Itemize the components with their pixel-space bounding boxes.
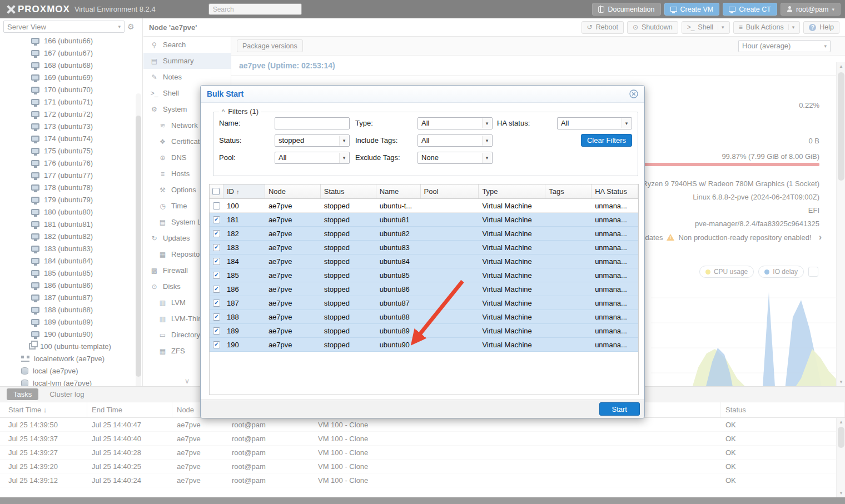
bulk-col-id[interactable]: ID↑ [223,184,265,198]
include-tags-combo[interactable]: All ▾ [417,134,493,147]
column-label: Name [380,187,399,196]
cell-id: 187 [223,299,265,307]
cell-select [210,202,223,209]
cell-name: ubuntu85 [376,271,421,280]
chevron-down-icon: ▾ [339,153,349,163]
cell-status: stopped [321,229,376,238]
row-checkbox[interactable]: ✓ [213,230,220,237]
cell-status: stopped [321,313,376,321]
bulk-table-row[interactable]: ✓187ae7pvestoppedubuntu87Virtual Machine… [210,296,638,310]
row-checkbox[interactable] [213,202,220,209]
cell-type: Virtual Machine [479,257,545,266]
row-checkbox[interactable]: ✓ [213,272,220,279]
cell-select: ✓ [210,258,223,265]
cell-node: ae7pve [265,202,321,210]
row-checkbox[interactable]: ✓ [213,286,220,293]
cell-id: 185 [223,271,265,280]
bulk-table-row[interactable]: ✓185ae7pvestoppedubuntu85Virtual Machine… [210,268,638,282]
proxmox-app: PROXMOX Virtual Environment 8.2.4 Docume… [0,0,845,504]
include-tags-value: All [421,136,429,144]
column-label: Pool [424,187,439,196]
cell-node: ae7pve [265,299,321,307]
row-checkbox[interactable]: ✓ [213,327,220,335]
bulk-table-row[interactable]: ✓184ae7pvestoppedubuntu84Virtual Machine… [210,255,638,268]
cell-type: Virtual Machine [479,271,545,280]
pool-filter-label: Pool: [219,153,275,162]
cell-select: ✓ [210,341,223,348]
row-checkbox[interactable]: ✓ [213,313,220,321]
bulk-table-row[interactable]: ✓190ae7pvestoppedubuntu90Virtual Machine… [210,338,638,352]
bulk-table-row[interactable]: 100ae7pvestoppedubuntu-t...Virtual Machi… [210,199,638,213]
type-filter-value: All [421,119,429,127]
collapse-icon[interactable]: ^ [222,108,225,115]
bulk-table-body: 100ae7pvestoppedubuntu-t...Virtual Machi… [210,199,638,352]
cell-type: Virtual Machine [479,285,545,293]
type-filter-combo[interactable]: All ▾ [417,117,493,129]
row-checkbox[interactable]: ✓ [213,216,220,223]
start-button[interactable]: Start [599,402,640,416]
column-label: HA Status [595,187,627,196]
column-label: Status [324,187,345,196]
cell-name: ubuntu-t... [376,202,421,210]
cell-name: ubuntu84 [376,257,421,266]
cell-id: 184 [223,257,265,266]
cell-select: ✓ [210,244,223,251]
bulk-col-select[interactable] [210,184,223,198]
exclude-tags-combo[interactable]: None ▾ [417,152,493,164]
bulk-col-status[interactable]: Status [321,184,376,198]
header-checkbox[interactable] [212,188,220,195]
bulk-col-pool[interactable]: Pool [421,184,479,198]
cell-id: 181 [223,216,265,224]
cell-ha: unmana... [592,257,638,266]
cell-select: ✓ [210,300,223,307]
bulk-table-row[interactable]: ✓183ae7pvestoppedubuntu83Virtual Machine… [210,241,638,255]
cell-node: ae7pve [265,216,321,224]
cell-status: stopped [321,257,376,266]
row-checkbox[interactable]: ✓ [213,244,220,251]
bulk-col-node[interactable]: Node [265,184,321,198]
cell-name: ubuntu89 [376,327,421,335]
bulk-table-header: ID↑NodeStatusNamePoolTypeTagsHA Status [210,184,638,199]
row-checkbox[interactable]: ✓ [213,341,220,348]
name-filter-label: Name: [219,119,275,127]
cell-type: Virtual Machine [479,229,545,238]
bulk-table-row[interactable]: ✓189ae7pvestoppedubuntu89Virtual Machine… [210,324,638,338]
ha-filter-combo[interactable]: All ▾ [557,117,632,129]
cell-type: Virtual Machine [479,341,545,349]
bulk-table-row[interactable]: ✓182ae7pvestoppedubuntu82Virtual Machine… [210,227,638,241]
cell-type: Virtual Machine [479,327,545,335]
bulk-table-row[interactable]: ✓186ae7pvestoppedubuntu86Virtual Machine… [210,282,638,296]
cell-node: ae7pve [265,229,321,238]
chevron-down-icon: ▾ [482,118,491,128]
cell-name: ubuntu83 [376,243,421,252]
bulk-col-tags[interactable]: Tags [545,184,592,198]
cell-select: ✓ [210,327,223,335]
bulk-table-row[interactable]: ✓181ae7pvestoppedubuntu81Virtual Machine… [210,213,638,227]
cell-status: stopped [321,299,376,307]
cell-ha: unmana... [592,271,638,280]
row-checkbox[interactable]: ✓ [213,300,220,307]
pool-filter-combo[interactable]: All ▾ [275,152,350,164]
close-icon[interactable] [629,89,638,98]
name-filter-input[interactable] [275,117,350,129]
ha-filter-value: All [561,119,569,127]
column-label: Node [269,187,286,196]
cell-type: Virtual Machine [479,313,545,321]
row-checkbox[interactable]: ✓ [213,258,220,265]
bulk-start-dialog: Bulk Start ^ Filters (1) Name: Type: All… [200,85,645,418]
cell-ha: unmana... [592,299,638,307]
status-filter-value: stopped [279,136,304,144]
chevron-down-icon: ▾ [339,136,349,146]
column-label: ID [227,187,234,196]
bulk-col-type[interactable]: Type [479,184,545,198]
cell-ha: unmana... [592,313,638,321]
filters-legend: Filters (1) [228,107,259,116]
bulk-table-row[interactable]: ✓188ae7pvestoppedubuntu88Virtual Machine… [210,310,638,324]
clear-filters-label: Clear Filters [587,136,626,144]
clear-filters-button[interactable]: Clear Filters [581,134,632,147]
cell-id: 190 [223,341,265,349]
status-filter-combo[interactable]: stopped ▾ [275,134,350,147]
bulk-col-ha-status[interactable]: HA Status [592,184,638,198]
bulk-col-name[interactable]: Name [376,184,421,198]
pool-filter-value: All [279,153,286,162]
